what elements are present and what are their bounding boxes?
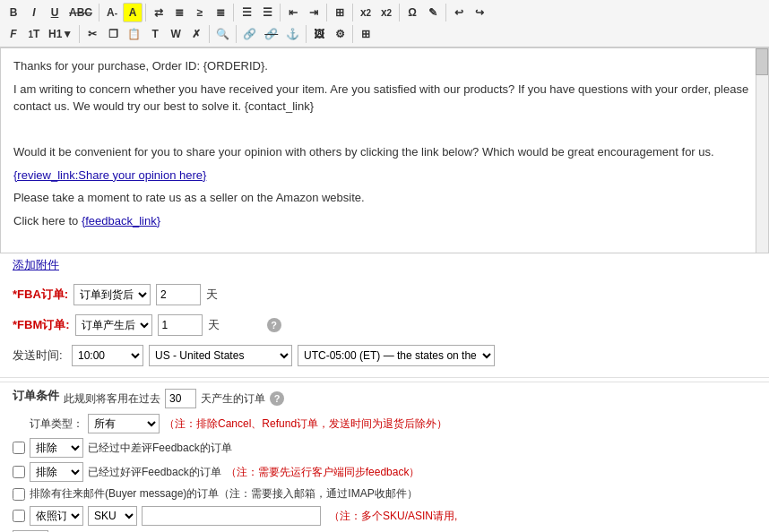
intro-text: 此规则将客用在过去 xyxy=(64,391,160,407)
separator-9 xyxy=(79,25,80,43)
intro2-text: 天产生的订单 xyxy=(201,391,265,407)
font-size-decrease-button[interactable]: A- xyxy=(102,3,122,22)
superscript-button[interactable]: x2 xyxy=(356,3,376,22)
separator-12 xyxy=(306,25,307,43)
find-button[interactable]: 🔍 xyxy=(212,24,233,44)
paste-text-button[interactable]: T xyxy=(145,24,165,44)
editor-content[interactable]: Thanks for your purchase, Order ID: {ORD… xyxy=(1,48,768,253)
align-justify-button[interactable]: ≣ xyxy=(211,3,230,22)
image-button[interactable]: 🖼 xyxy=(309,24,329,44)
font-size-button[interactable]: 1T xyxy=(24,24,44,44)
strikethrough-button[interactable]: ABC xyxy=(65,3,96,22)
condition-1-checkbox[interactable] xyxy=(13,442,25,454)
editor-line-5: {review_link:Share your opinion here} xyxy=(13,167,756,184)
heading-button[interactable]: H1▼ xyxy=(45,24,76,44)
separator-5 xyxy=(326,4,327,21)
separator-3 xyxy=(233,4,234,21)
fba-trigger-select[interactable]: 订单到货后 xyxy=(73,284,151,305)
fbm-label: *FBM订单: xyxy=(13,317,70,333)
condition-2-note: （注：需要先运行客户端同步feedback） xyxy=(226,465,420,480)
scrollbar-thumb[interactable] xyxy=(756,48,768,75)
condition-2-action[interactable]: 排除 xyxy=(30,462,83,482)
fba-days-input[interactable] xyxy=(156,284,201,305)
order-days-input[interactable] xyxy=(165,389,196,408)
condition-intro-row: 订单条件 此规则将客用在过去 天产生的订单 ? xyxy=(13,388,756,409)
editor-line-2: I am writing to concern whether you have… xyxy=(13,81,756,116)
editor-line-8 xyxy=(13,235,756,253)
italic-button[interactable]: I xyxy=(24,3,44,22)
toolbar-row-1: B I U ABC A- A ⇄ ≣ ≥ ≣ ☰ ☰ ⇤ ⇥ ⊞ x2 x2 Ω… xyxy=(4,3,765,22)
editor-area[interactable]: Thanks for your purchase, Order ID: {ORD… xyxy=(0,47,769,253)
paste-word-button[interactable]: W xyxy=(166,24,186,44)
undo-button[interactable]: ↩ xyxy=(449,3,469,22)
region-select[interactable]: US - United States xyxy=(149,345,292,366)
copy-button[interactable]: ❐ xyxy=(103,24,123,44)
condition-4-checkbox[interactable] xyxy=(13,510,25,522)
condition-row-4: 依照订单 SKU （注：多个SKU/ASIN请用, xyxy=(13,506,756,526)
editor-line-6: Please take a moment to rate us as a sel… xyxy=(13,189,756,207)
separator-8 xyxy=(445,4,446,21)
underline-button[interactable]: U xyxy=(45,3,65,22)
separator-11 xyxy=(236,25,237,43)
cut-button[interactable]: ✂ xyxy=(82,24,102,44)
main-container: B I U ABC A- A ⇄ ≣ ≥ ≣ ☰ ☰ ⇤ ⇥ ⊞ x2 x2 Ω… xyxy=(0,0,769,532)
divider-1 xyxy=(0,377,769,378)
condition-3-text: 排除有往来邮件(Buyer message)的订单（注：需要接入邮箱，通过IMA… xyxy=(30,486,418,502)
condition-4-type[interactable]: SKU xyxy=(88,506,137,526)
redo-button[interactable]: ↪ xyxy=(470,3,489,22)
fba-row: *FBA订单: 订单到货后 天 xyxy=(13,284,756,305)
order-type-select[interactable]: 所有 xyxy=(88,414,160,433)
align-left-button[interactable]: ⇄ xyxy=(149,3,168,22)
separator-2 xyxy=(145,4,146,21)
fbm-help-icon[interactable]: ? xyxy=(267,318,281,332)
scrollbar-track[interactable] xyxy=(756,48,768,253)
unlink-button[interactable]: 🔗 xyxy=(261,24,281,44)
maximize-button[interactable]: ⊞ xyxy=(356,24,376,44)
align-right-button[interactable]: ≥ xyxy=(190,3,210,22)
timezone-select[interactable]: UTC-05:00 (ET) — the states on the Atla xyxy=(298,345,495,366)
subscript-button[interactable]: x2 xyxy=(376,3,396,22)
indent-increase-button[interactable]: ⇥ xyxy=(304,3,324,22)
order-type-label: 订单类型： xyxy=(30,416,83,432)
condition-row-1: 排除 已经过中差评Feedback的订单 xyxy=(13,438,756,458)
link-button[interactable]: 🔗 xyxy=(239,24,260,44)
send-time-label: 发送时间: xyxy=(13,348,66,364)
send-time-row: 发送时间: 10:00 US - United States UTC-05:00… xyxy=(13,345,756,366)
fbm-trigger-select[interactable]: 订单产生后 xyxy=(75,314,152,336)
table-button[interactable]: ⊞ xyxy=(330,3,350,22)
fbm-row: *FBM订单: 订单产生后 天 ? xyxy=(13,314,756,336)
fba-label: *FBA订单: xyxy=(13,287,68,303)
list-ordered-button[interactable]: ☰ xyxy=(257,3,277,22)
order-days-help-icon[interactable]: ? xyxy=(270,391,284,406)
align-center-button[interactable]: ≣ xyxy=(169,3,189,22)
separator-1 xyxy=(99,4,99,21)
editor-line-7: Click here to {feedback_link} xyxy=(13,212,756,230)
editor-line-4: Would it be convenient for you to share … xyxy=(13,143,756,161)
special-char-button[interactable]: Ω xyxy=(402,3,422,22)
toolbar-row-2: F 1T H1▼ ✂ ❐ 📋 T W ✗ 🔍 🔗 🔗 ⚓ 🖼 ⚙ ⊞ xyxy=(4,24,765,44)
fba-days-label: 天 xyxy=(206,287,260,303)
condition-2-checkbox[interactable] xyxy=(13,466,25,478)
fbm-days-input[interactable] xyxy=(158,314,203,336)
separator-10 xyxy=(209,25,210,43)
add-attachment-link[interactable]: 添加附件 xyxy=(0,253,769,277)
paste-button[interactable]: 📋 xyxy=(124,24,144,44)
font-highlight-button[interactable]: A xyxy=(123,3,143,22)
condition-3-checkbox[interactable] xyxy=(13,488,25,501)
condition-4-action[interactable]: 依照订单 xyxy=(30,506,83,526)
list-unordered-button[interactable]: ☰ xyxy=(237,3,256,22)
condition-1-action[interactable]: 排除 xyxy=(30,438,83,458)
special-button[interactable]: ⚙ xyxy=(330,24,350,44)
remove-format-button[interactable]: ✗ xyxy=(186,24,206,44)
condition-row-2: 排除 已经过好评Feedback的订单 （注：需要先运行客户端同步feedbac… xyxy=(13,462,756,482)
separator-6 xyxy=(352,4,353,21)
condition-4-sku-input[interactable] xyxy=(142,506,321,526)
time-select[interactable]: 10:00 xyxy=(72,345,143,366)
font-family-button[interactable]: F xyxy=(4,24,23,44)
anchor-button[interactable]: ⚓ xyxy=(282,24,303,44)
indent-decrease-button[interactable]: ⇤ xyxy=(283,3,303,22)
draw-button[interactable]: ✎ xyxy=(423,3,443,22)
condition-4-note: （注：多个SKU/ASIN请用, xyxy=(329,509,457,524)
condition-2-text: 已经过好评Feedback的订单 xyxy=(88,465,221,480)
bold-button[interactable]: B xyxy=(4,3,23,22)
